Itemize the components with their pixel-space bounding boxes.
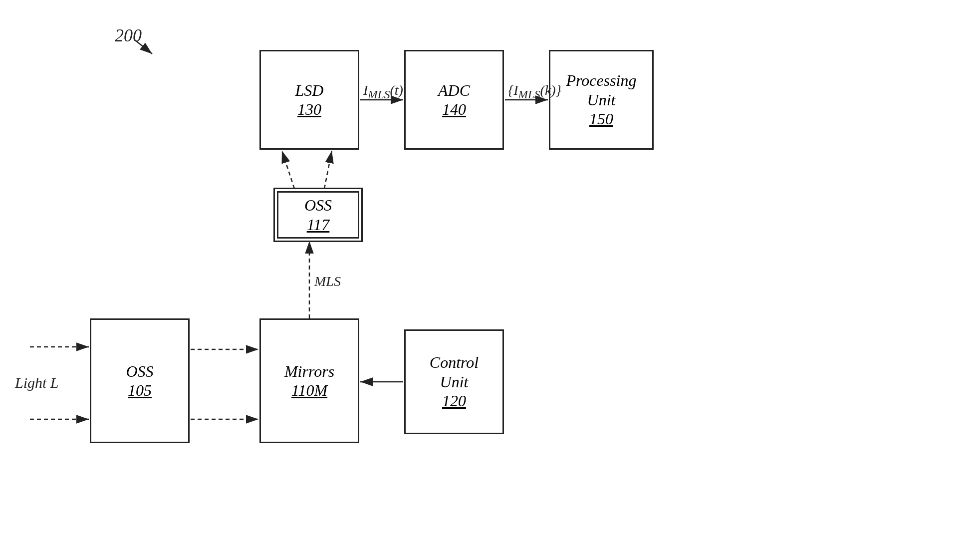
lsd-block: LSD 130 xyxy=(259,50,359,150)
mirrors-block: Mirrors 110M xyxy=(259,318,359,443)
signal-imls-k: {IMLS(k)} xyxy=(508,82,561,101)
signal-mls: MLS xyxy=(314,274,341,289)
cu-label: ControlUnit xyxy=(430,353,479,391)
light-label: Light L xyxy=(15,374,59,391)
adc-label: ADC xyxy=(438,81,470,100)
pu-number: 150 xyxy=(589,109,613,128)
oss105-number: 105 xyxy=(128,381,152,400)
signal-imls-t: IMLS(t) xyxy=(363,82,403,101)
cu-number: 120 xyxy=(442,391,466,410)
mirrors-number: 110M xyxy=(291,381,327,400)
oss117-label: OSS xyxy=(304,196,332,215)
cu-block: ControlUnit 120 xyxy=(404,329,504,434)
adc-block: ADC 140 xyxy=(404,50,504,150)
oss117-block: OSS 117 xyxy=(277,191,359,239)
pu-label: ProcessingUnit xyxy=(566,71,636,109)
oss117-number: 117 xyxy=(307,215,330,234)
reference-number: 200 xyxy=(115,25,142,46)
svg-line-5 xyxy=(282,151,294,189)
lsd-number: 130 xyxy=(297,100,321,119)
mirrors-label: Mirrors xyxy=(284,362,334,381)
diagram: 200 xyxy=(0,0,980,550)
lsd-label: LSD xyxy=(295,81,324,100)
svg-line-6 xyxy=(324,151,332,189)
oss105-block: OSS 105 xyxy=(90,318,190,443)
oss105-label: OSS xyxy=(126,362,153,381)
adc-number: 140 xyxy=(442,100,466,119)
pu-block: ProcessingUnit 150 xyxy=(549,50,654,150)
